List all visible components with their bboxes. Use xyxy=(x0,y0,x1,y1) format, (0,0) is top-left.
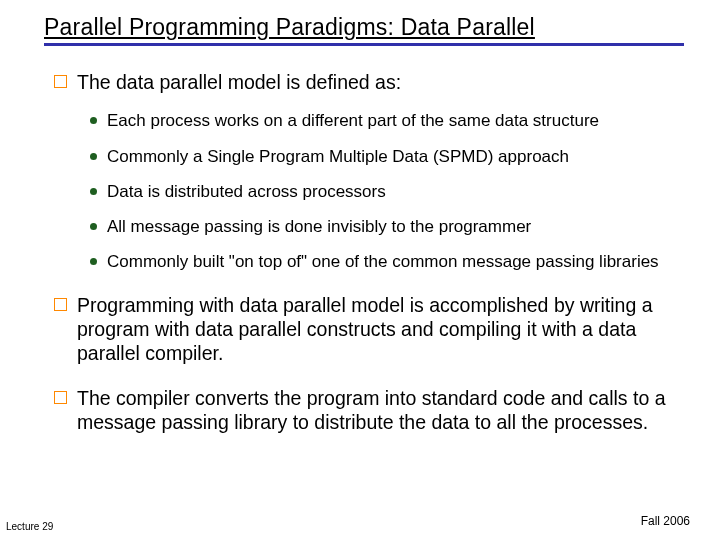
slide: Parallel Programming Paradigms: Data Par… xyxy=(0,0,720,540)
square-bullet-icon xyxy=(54,75,67,88)
bullet-item-3: The compiler converts the program into s… xyxy=(54,386,680,435)
sub-bullet-text: Commonly a Single Program Multiple Data … xyxy=(107,146,569,167)
square-bullet-icon xyxy=(54,298,67,311)
title-rule xyxy=(44,43,684,46)
bullet-item-2: Programming with data parallel model is … xyxy=(54,293,680,366)
footer-lecture: Lecture 29 xyxy=(6,521,53,532)
dot-bullet-icon xyxy=(90,258,97,265)
sub-bullet-item: Commonly built "on top of" one of the co… xyxy=(90,251,680,272)
dot-bullet-icon xyxy=(90,223,97,230)
dot-bullet-icon xyxy=(90,153,97,160)
sub-bullet-item: Data is distributed across processors xyxy=(90,181,680,202)
sub-bullet-item: All message passing is done invisibly to… xyxy=(90,216,680,237)
slide-title: Parallel Programming Paradigms: Data Par… xyxy=(44,14,535,40)
sub-bullet-text: All message passing is done invisibly to… xyxy=(107,216,531,237)
bullet-text: The compiler converts the program into s… xyxy=(77,386,680,435)
bullet-text: Programming with data parallel model is … xyxy=(77,293,680,366)
sublist: Each process works on a different part o… xyxy=(54,104,680,292)
sub-bullet-text: Each process works on a different part o… xyxy=(107,110,599,131)
bullet-text: The data parallel model is defined as: xyxy=(77,70,401,94)
spacer xyxy=(54,376,680,386)
content-area: The data parallel model is defined as: E… xyxy=(44,64,690,435)
dot-bullet-icon xyxy=(90,117,97,124)
sub-bullet-item: Each process works on a different part o… xyxy=(90,110,680,131)
square-bullet-icon xyxy=(54,391,67,404)
footer-term: Fall 2006 xyxy=(641,514,690,528)
dot-bullet-icon xyxy=(90,188,97,195)
sub-bullet-text: Data is distributed across processors xyxy=(107,181,386,202)
sub-bullet-item: Commonly a Single Program Multiple Data … xyxy=(90,146,680,167)
bullet-item-1: The data parallel model is defined as: xyxy=(54,70,680,94)
title-wrap: Parallel Programming Paradigms: Data Par… xyxy=(44,14,690,41)
sub-bullet-text: Commonly built "on top of" one of the co… xyxy=(107,251,659,272)
